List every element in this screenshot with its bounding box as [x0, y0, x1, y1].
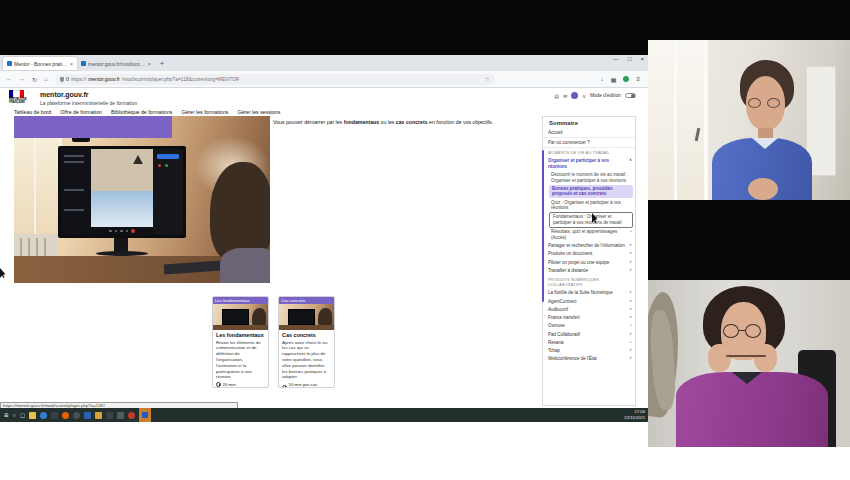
- tracking-shield-icon: [60, 77, 64, 82]
- account-icon[interactable]: [623, 76, 629, 82]
- nav-dashboard[interactable]: Tableau de bord: [14, 109, 51, 115]
- cam2-glasses-bridge: [739, 330, 745, 331]
- sidebar-item-webconference[interactable]: Webconférence de l'État∨: [543, 355, 635, 363]
- nav-training-offer[interactable]: Offre de formation: [60, 109, 102, 115]
- url-bar[interactable]: https:// mentor.gouv.fr /mod/scorm/playe…: [55, 74, 495, 85]
- sidebar-item-produire-document[interactable]: Produire un document∨: [543, 250, 635, 258]
- browser-tab-active[interactable]: Mentor - Bonnes pratiques, p... ×: [3, 57, 77, 70]
- card-cas-concrets: Cas concrets Cas concrets Après avoir ch…: [278, 296, 335, 388]
- nav-training-library[interactable]: Bibliothèque de formations: [111, 109, 172, 115]
- sidebar-item-par-ou-commencer[interactable]: Par où commencer ?: [543, 138, 635, 147]
- home-icon[interactable]: ⌂: [44, 76, 48, 83]
- sidebar-item-travailler-distance[interactable]: Travailler à distance∨: [543, 266, 635, 274]
- taskbar-icon-app[interactable]: [117, 412, 124, 419]
- taskbar-icon-app[interactable]: [73, 412, 80, 419]
- card-fondamentaux: Les fondamentaux Les fondamentaux Revoir…: [212, 296, 269, 388]
- card-duration: 10 min par cas concret: [282, 382, 331, 388]
- taskbar-icon-edge[interactable]: [40, 412, 47, 419]
- sidebar-item-fondamentaux-focused[interactable]: Fondamentaux : Organiser et participer à…: [549, 212, 633, 228]
- messages-icon[interactable]: ✉: [563, 93, 567, 99]
- sidebar-item-piloter-projet[interactable]: Piloter un projet ou une équipe∨: [543, 258, 635, 266]
- sidebar-item-pad[interactable]: Pad Collaboratif∨: [543, 330, 635, 338]
- reload-icon[interactable]: ↻: [32, 76, 37, 83]
- photo-person-shoulder: [220, 248, 270, 283]
- browser-tab-strip: Mentor - Bonnes pratiques, p... × mentor…: [0, 55, 648, 71]
- bottom-white-strip: [648, 447, 850, 480]
- sidebar-item-agentconnect[interactable]: AgentConnect∨: [543, 297, 635, 305]
- start-button-icon[interactable]: ⊞: [4, 412, 9, 418]
- sidebar-item-tchap[interactable]: Tchap∨: [543, 347, 635, 355]
- webcam-participant-2: [648, 280, 850, 447]
- sidebar-item-osmose[interactable]: Osmose+: [543, 322, 635, 330]
- cam2-person-hand-right: [754, 344, 777, 372]
- sidebar-item-resultats[interactable]: Résultats, quiz et apprentissages (Accès…: [543, 228, 635, 242]
- taskbar-icon-app[interactable]: [106, 412, 113, 419]
- photo-window: [14, 138, 62, 238]
- nav-buttons: ← → ↻ ⌂: [6, 76, 48, 83]
- browser-tab-2[interactable]: mentor.gouv.fr/mod/scorm/pl... ×: [77, 57, 155, 70]
- edit-mode-label: Mode d'édition: [590, 93, 621, 98]
- clock-icon: [216, 382, 221, 387]
- taskbar-icon-active-app[interactable]: [139, 408, 151, 422]
- intro-text: Vous pouvez démarrer par les fondamentau…: [273, 119, 563, 125]
- avatar[interactable]: [571, 92, 578, 99]
- sidebar-item-audioconf[interactable]: Audioconf∨: [543, 305, 635, 313]
- intro-part: Vous pouvez démarrer par les: [273, 119, 344, 125]
- photo-purple-banner: [14, 116, 172, 138]
- apps-grid-icon[interactable]: ▤: [554, 93, 559, 99]
- taskbar-icon-app[interactable]: [51, 412, 58, 419]
- tab-title: Mentor - Bonnes pratiques, p...: [14, 61, 68, 67]
- search-icon[interactable]: ○: [13, 412, 16, 418]
- nav-manage-trainings[interactable]: Gérer les formations: [181, 109, 228, 115]
- sidebar-item-france-transfert[interactable]: France transfert∨: [543, 314, 635, 322]
- card-duration: 20 min: [216, 382, 265, 387]
- task-view-icon[interactable]: ▢: [20, 412, 25, 418]
- site-title[interactable]: mentor.gouv.fr: [40, 91, 88, 98]
- new-tab-button[interactable]: +: [160, 60, 164, 67]
- cam1-glasses-left: [748, 98, 761, 108]
- cam1-window: [648, 40, 708, 200]
- minimize-button[interactable]: —: [613, 56, 619, 62]
- download-icon[interactable]: ↓: [601, 76, 604, 82]
- sidebar-item-decouvrir[interactable]: Découvrir le moment de vie au travail : …: [543, 171, 635, 185]
- edit-mode-toggle[interactable]: [625, 93, 636, 99]
- taskbar-icon-teams[interactable]: [84, 412, 91, 419]
- sidebar-item-partager[interactable]: Partager et rechercher de l'information∨: [543, 242, 635, 250]
- sidebar-item-quiz[interactable]: Quiz - Organiser et participer à vos réu…: [543, 198, 635, 212]
- bookmark-star-icon[interactable]: ☆: [485, 76, 490, 82]
- intro-bold-cas-concrets: cas concrets: [396, 119, 428, 125]
- extensions-icon[interactable]: ▦: [611, 76, 617, 83]
- maximize-button[interactable]: □: [628, 56, 632, 62]
- sidebar-item-organiser-reunions[interactable]: Organiser et participer à vos réunions∧: [543, 157, 635, 171]
- republique-francaise-logo: RÉPUBLIQUE FRANÇAISE: [9, 90, 35, 105]
- taskbar-icon-file-explorer[interactable]: [29, 412, 36, 419]
- close-button[interactable]: ×: [640, 56, 644, 62]
- taskbar-icon-app[interactable]: [128, 412, 135, 419]
- nav-manage-sessions[interactable]: Gérer les sessions: [237, 109, 280, 115]
- tab-close-icon[interactable]: ×: [148, 61, 151, 67]
- sidebar-item-bonnes-pratiques-current[interactable]: Bonnes pratiques, procédés proposés et c…: [549, 185, 633, 199]
- lock-icon: [66, 77, 70, 81]
- tab-close-icon[interactable]: ×: [70, 61, 73, 67]
- sidebar-item-resana[interactable]: Resana+: [543, 339, 635, 347]
- photo-person-head: [210, 162, 270, 262]
- card-text: Après avoir choisi le ou les cas qui se …: [282, 340, 331, 381]
- photo-monitor: [58, 146, 186, 238]
- taskbar-icon-firefox[interactable]: [62, 412, 69, 419]
- sidebar-item-flottille[interactable]: La flottille de la Suite Numérique∨: [543, 289, 635, 297]
- cam2-glasses-right: [745, 324, 761, 338]
- taskbar-clock[interactable]: 17:06 22/11/2021: [624, 409, 645, 420]
- sidebar-scroll-indicator[interactable]: [542, 150, 544, 302]
- photo-videoconf-main-tile: [91, 149, 153, 235]
- windows-taskbar: ⊞ ○ ▢ 17:06 22/11/2021: [0, 408, 648, 422]
- chevron-down-icon[interactable]: ∨: [582, 93, 586, 99]
- intro-bold-fondamentaux: fondamentaux: [344, 119, 379, 125]
- menu-icon[interactable]: ≡: [636, 76, 640, 82]
- logo-caption: RÉPUBLIQUE FRANÇAISE: [9, 98, 35, 105]
- back-icon[interactable]: ←: [6, 76, 12, 83]
- sidebar-item-accueil[interactable]: Accueil: [543, 129, 635, 138]
- forward-icon[interactable]: →: [19, 76, 25, 83]
- taskbar-icon-office[interactable]: [95, 412, 102, 419]
- photo-videoconf-sidebar: [61, 149, 91, 235]
- toolbar-right-icons: ↓ ▦ ≡: [601, 76, 640, 83]
